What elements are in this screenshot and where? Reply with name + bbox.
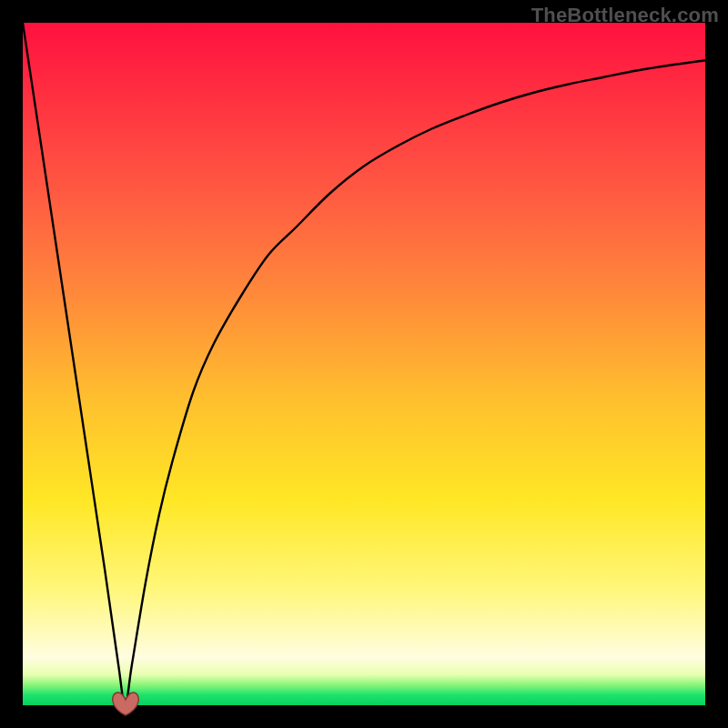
chart-frame: TheBottleneck.com — [0, 0, 728, 728]
plot-area — [23, 23, 705, 705]
bottleneck-curve — [23, 23, 705, 705]
heart-icon — [110, 689, 141, 716]
